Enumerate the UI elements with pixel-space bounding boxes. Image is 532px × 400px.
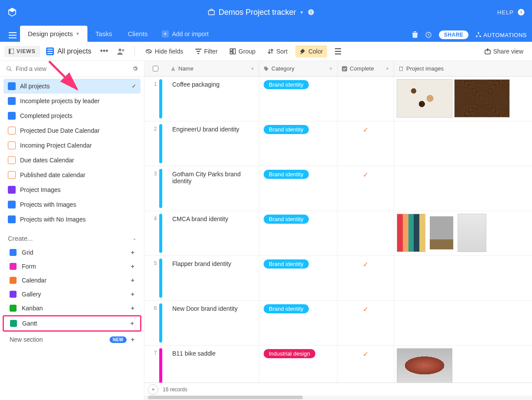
cell-images[interactable] (394, 256, 532, 300)
column-header-name[interactable]: Name▼ (166, 61, 259, 76)
column-header-images[interactable]: Project images (394, 61, 532, 76)
create-view-form[interactable]: Form+ (3, 259, 141, 273)
cell-complete[interactable]: ✓ (338, 121, 394, 166)
cell-category[interactable]: Brand identity (259, 211, 338, 255)
image-thumbnail[interactable] (397, 348, 452, 383)
horizontal-scrollbar[interactable] (144, 396, 532, 400)
chevron-down-icon[interactable]: ▼ (300, 10, 304, 15)
automations-button[interactable]: AUTOMATIONS (475, 32, 527, 38)
cell-category[interactable]: Brand identity (259, 301, 338, 345)
create-view-gallery[interactable]: Gallery+ (3, 287, 141, 301)
cell-complete[interactable]: ✓ (338, 256, 394, 300)
sidebar-view-item[interactable]: Due dates Calendar (3, 153, 141, 168)
current-view-name[interactable]: All projects (43, 47, 94, 55)
cell-category[interactable]: Brand identity (259, 77, 338, 121)
sidebar-view-item[interactable]: Projects with Images (3, 197, 141, 212)
group-button[interactable]: Group (225, 45, 260, 57)
create-view-gantt[interactable]: Gantt+ (3, 315, 141, 332)
cell-name[interactable]: EngineerU brand identity (166, 121, 259, 166)
cell-images[interactable] (394, 166, 532, 211)
row-number: 2 (144, 121, 166, 166)
grid-row[interactable]: 1 Coffee packaging Brand identity (144, 77, 532, 121)
info-icon[interactable]: i (308, 9, 315, 16)
cell-name[interactable]: Coffee packaging (166, 77, 259, 121)
grid-row[interactable]: 4 CMCA brand identity Brand identity (144, 211, 532, 256)
create-view-calendar[interactable]: Calendar+ (3, 273, 141, 287)
sidebar-view-item[interactable]: Incoming Project Calendar (3, 138, 141, 153)
sidebar-view-item[interactable]: Completed projects (3, 108, 141, 123)
trash-icon[interactable] (412, 31, 418, 38)
table-tab[interactable]: Design projects▼ (20, 26, 87, 42)
app-logo[interactable] (7, 7, 17, 17)
cell-name[interactable]: B11 bike saddle (166, 346, 259, 383)
color-button[interactable]: Color (295, 45, 327, 57)
hide-fields-button[interactable]: Hide fields (141, 45, 187, 57)
cell-images[interactable] (394, 121, 532, 166)
plus-icon: + (131, 277, 134, 284)
cell-category[interactable]: Industrial design (259, 346, 338, 383)
table-tab[interactable]: Tasks (87, 26, 120, 42)
cell-name[interactable]: New Door brand identity (166, 301, 259, 345)
history-icon[interactable] (425, 31, 432, 38)
find-view-input[interactable] (16, 65, 132, 72)
gear-icon[interactable] (132, 66, 138, 72)
row-height-button[interactable] (331, 46, 345, 57)
create-view-kanban[interactable]: Kanban+ (3, 301, 141, 315)
collaborators-icon[interactable] (114, 48, 128, 55)
create-view-grid[interactable]: Grid+ (3, 245, 141, 259)
cell-images[interactable] (394, 211, 532, 255)
image-thumbnail[interactable] (458, 214, 486, 252)
grid-row[interactable]: 6 New Door brand identity Brand identity… (144, 301, 532, 346)
cell-images[interactable] (394, 301, 532, 345)
cell-name[interactable]: Flapper brand identity (166, 256, 259, 300)
cell-complete[interactable]: ✓ (338, 346, 394, 383)
sidebar-view-item[interactable]: Projects with No Images (3, 212, 141, 227)
create-section-header[interactable]: Create...⌄ (0, 229, 144, 245)
add-or-import-button[interactable]: + Add or import (156, 26, 215, 42)
cell-name[interactable]: CMCA brand identity (166, 211, 259, 255)
add-row-button[interactable]: + (148, 384, 158, 395)
grid-row[interactable]: 7 B11 bike saddle Industrial design ✓ (144, 346, 532, 383)
image-thumbnail[interactable] (397, 79, 452, 118)
plus-icon: + (130, 320, 134, 327)
select-all-checkbox[interactable] (153, 66, 158, 71)
sort-button[interactable]: Sort (263, 45, 292, 57)
sidebar-view-item[interactable]: Published date calendar (3, 168, 141, 182)
help-link[interactable]: HELP (497, 9, 514, 16)
cell-complete[interactable]: ✓ (338, 301, 394, 345)
cell-complete[interactable] (338, 211, 394, 255)
cell-category[interactable]: Brand identity (259, 121, 338, 166)
base-title[interactable]: Demos Project tracker (219, 8, 296, 17)
share-view-button[interactable]: Share view (480, 45, 528, 57)
sidebar-view-item[interactable]: All projects✓ (3, 79, 141, 94)
more-icon[interactable]: ••• (97, 47, 111, 56)
sidebar-view-item[interactable]: Incomplete projects by leader (3, 94, 141, 108)
menu-icon[interactable] (5, 29, 20, 42)
share-button[interactable]: SHARE (439, 30, 469, 39)
cell-category[interactable]: Brand identity (259, 166, 338, 211)
view-type-icon (8, 97, 16, 105)
image-thumbnail[interactable] (397, 214, 425, 252)
new-section-button[interactable]: New section NEW + (0, 332, 144, 347)
cell-category[interactable]: Brand identity (259, 256, 338, 300)
column-header-category[interactable]: Category▼ (259, 61, 338, 76)
image-thumbnail[interactable] (427, 214, 456, 252)
image-thumbnail[interactable] (454, 79, 510, 118)
column-header-complete[interactable]: Complete▼ (338, 61, 394, 76)
cell-images[interactable] (394, 77, 532, 121)
cell-images[interactable] (394, 346, 532, 383)
cell-name[interactable]: Gotham City Parks brand identity (166, 166, 259, 211)
table-tab[interactable]: Clients (120, 26, 156, 42)
cell-complete[interactable] (338, 77, 394, 121)
chevron-down-icon: ⌄ (133, 236, 136, 241)
help-icon[interactable]: ? (517, 8, 525, 16)
grid-row[interactable]: 5 Flapper brand identity Brand identity … (144, 256, 532, 301)
sidebar-view-item[interactable]: Project Images (3, 182, 141, 197)
svg-rect-17 (197, 53, 199, 54)
grid-row[interactable]: 2 EngineerU brand identity Brand identit… (144, 121, 532, 166)
filter-button[interactable]: Filter (191, 45, 222, 57)
grid-row[interactable]: 3 Gotham City Parks brand identity Brand… (144, 166, 532, 211)
sidebar-view-item[interactable]: Projected Due Date Calendar (3, 123, 141, 138)
cell-complete[interactable]: ✓ (338, 166, 394, 211)
views-button[interactable]: VIEWS (4, 46, 40, 57)
